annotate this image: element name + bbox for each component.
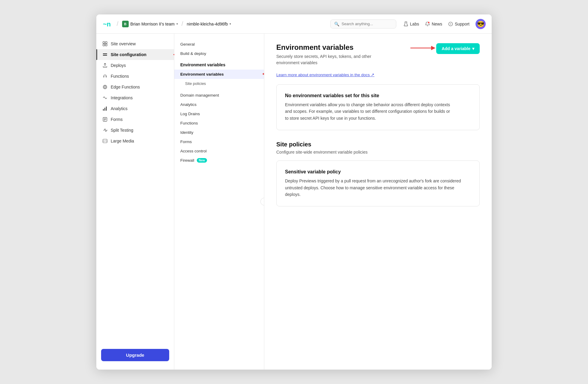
mid-section-title-env-vars: Environment variables [174,61,264,69]
mid-label-domain-management: Domain management [180,93,219,98]
sidebar-label-forms: Forms [111,117,123,122]
labs-label: Labs [410,22,419,26]
team-chevron-icon: ▾ [176,22,178,26]
svg-rect-12 [103,109,104,111]
team-badge: B [122,21,129,27]
mid-item-analytics[interactable]: Analytics [174,100,264,109]
site-policies-title: Site policies [276,141,480,148]
topbar: ~n / B Brian Morrison II's team ▾ / nimb… [96,14,492,34]
sidebar-item-site-configuration[interactable]: Site configuration [96,49,174,60]
search-icon: 🔍 [334,22,339,26]
sidebar-label-site-configuration: Site configuration [111,52,146,57]
sensitive-policy-box: Sensitive variable policy Deploy Preview… [276,160,480,206]
grid-icon [102,41,108,46]
sidebar-label-integrations: Integrations [111,95,133,100]
learn-more-text: Learn more about environment variables i… [276,72,374,77]
mid-item-functions[interactable]: Functions [174,118,264,128]
site-name: nimble-kleicha-4d96fb [187,22,228,26]
mid-label-functions: Functions [180,121,198,125]
mid-item-forms[interactable]: Forms [174,137,264,146]
mid-item-log-drains[interactable]: Log Drains [174,109,264,118]
mid-label-access-control: Access control [180,149,207,153]
sidebar-item-split-testing[interactable]: Split Testing [96,125,174,136]
mid-item-access-control[interactable]: Access control [174,146,264,156]
collapse-button[interactable]: ‹ [260,198,264,206]
sidebar-item-functions[interactable]: Functions [96,71,174,82]
mid-item-general[interactable]: General [174,40,264,49]
mid-item-build-deploy[interactable]: Build & deploy [174,49,264,58]
svg-rect-8 [103,55,107,56]
upgrade-button[interactable]: Upgrade [101,349,169,361]
support-icon: ? [448,22,453,26]
sidebar-item-site-overview[interactable]: Site overview [96,38,174,49]
sidebar-item-integrations[interactable]: Integrations [96,92,174,103]
settings-icon [102,52,108,57]
function-icon [102,74,108,79]
search-input[interactable] [342,22,392,26]
mid-panel: ‹ General Build & deploy Environment var… [174,34,264,370]
env-vars-empty-box: No environment variables set for this si… [276,84,480,130]
sensitive-policy-desc: Deploy Previews triggered by a pull requ… [285,178,471,198]
mid-label-general: General [180,42,195,46]
svg-rect-7 [103,53,107,54]
sidebar-item-edge-functions[interactable]: Edge Functions [96,82,174,92]
deploy-icon [102,63,108,68]
mid-separator-2 [174,88,264,91]
topbar-nav: Labs News ? Support 😎 [404,19,486,29]
main-content: Environment variables Securely store sec… [264,34,492,370]
labs-nav-item[interactable]: Labs [404,22,419,26]
app-window: ~n / B Brian Morrison II's team ▾ / nimb… [96,14,492,370]
firewall-new-badge: New [197,158,207,163]
mid-label-analytics: Analytics [180,102,196,107]
add-variable-chevron: ▾ [472,46,474,51]
sidebar-label-analytics: Analytics [111,106,128,111]
team-selector[interactable]: B Brian Morrison II's team ▾ [122,21,178,27]
sidebar: Site overview Site configuration [96,34,174,370]
mid-item-site-policies[interactable]: Site policies [174,79,264,88]
main-layout: Site overview Site configuration [96,34,492,370]
sidebar-item-forms[interactable]: Forms [96,114,174,125]
env-vars-header-text: Environment variables Securely store sec… [276,43,390,66]
env-vars-header: Environment variables Securely store sec… [276,43,480,66]
site-chevron-icon: ▾ [230,22,231,26]
sidebar-label-edge-functions: Edge Functions [111,85,140,89]
mid-label-firewall: Firewall [180,158,194,163]
sidebar-label-functions: Functions [111,74,129,79]
mid-separator-1 [174,58,264,61]
mid-item-domain-management[interactable]: Domain management [174,91,264,100]
support-label: Support [455,22,470,26]
sidebar-item-large-media[interactable]: Large Media [96,136,174,146]
site-selector[interactable]: nimble-kleicha-4d96fb ▾ [187,22,231,26]
avatar-emoji: 😎 [477,20,484,28]
empty-box-title: No environment variables set for this si… [285,93,471,98]
mid-item-env-variables[interactable]: Environment variables [174,70,264,79]
news-nav-item[interactable]: News [425,22,442,26]
mid-label-forms: Forms [180,140,192,144]
mid-label-log-drains: Log Drains [180,112,200,116]
sidebar-item-analytics[interactable]: Analytics [96,103,174,114]
edge-icon [102,84,108,90]
learn-more-link[interactable]: Learn more about environment variables i… [276,72,374,77]
analytics-icon [102,106,108,111]
news-notification-dot [428,22,429,23]
sidebar-item-deploys[interactable]: Deploys [96,60,174,71]
sidebar-label-site-overview: Site overview [111,41,136,46]
media-icon [102,138,108,144]
svg-rect-13 [104,108,105,111]
arrow-annotation-env-vars [262,71,264,78]
site-policies-desc: Configure site-wide environment variable… [276,150,480,154]
mid-item-identity[interactable]: Identity [174,128,264,137]
svg-rect-14 [106,106,107,111]
search-bar[interactable]: 🔍 [330,20,396,28]
sidebar-label-split-testing: Split Testing [111,128,133,133]
mid-item-firewall[interactable]: Firewall New [174,156,264,165]
support-nav-item[interactable]: ? Support [448,22,470,26]
netlify-logo[interactable]: ~n [102,19,112,29]
user-avatar[interactable]: 😎 [476,19,486,29]
svg-text:~n: ~n [103,20,111,28]
add-variable-button[interactable]: Add a variable ▾ [436,43,480,54]
bell-icon [425,22,430,26]
add-variable-label: Add a variable [442,46,470,51]
add-var-btn-container: Add a variable ▾ [436,43,480,54]
sidebar-label-large-media: Large Media [111,139,134,143]
